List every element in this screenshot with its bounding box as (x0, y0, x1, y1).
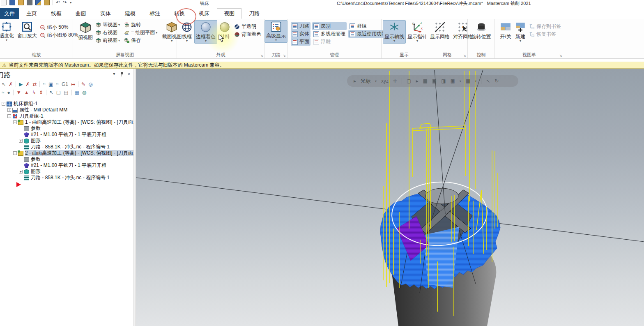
move-up-icon[interactable]: ▲ (24, 90, 29, 95)
overlay-box1-icon[interactable]: ▢ (407, 78, 411, 84)
isometric-view-button[interactable]: 等视图▾ (94, 21, 121, 29)
overlay-selection-icon[interactable]: ▸ (354, 78, 356, 84)
unselect-all-icon[interactable]: ✗ (9, 81, 13, 87)
overlay-xyz-icon[interactable]: xyz (381, 78, 389, 84)
graphics-viewport[interactable]: ▸ 光标 ▾ xyz ✛ ▢ ▸ ▦ ▣ ◨ ▣ ▾ ▦ ▾ ↖ ↻ (136, 69, 644, 326)
fit-button[interactable]: 适度化▾ (0, 20, 16, 43)
overlay-dropdown3-icon[interactable]: ▾ (475, 79, 476, 83)
panel-menu-icon[interactable]: ▾ (113, 71, 115, 76)
outline-shaded-button[interactable]: 边框着色▾ (194, 20, 217, 44)
show-grid-button[interactable]: 显示网格 (428, 20, 451, 41)
wireframe-display-button[interactable]: 线框▾ (179, 20, 194, 44)
tree-row-toolpath-2[interactable]: 刀路 - 858.1K - 冲头.nc - 程序编号 1 (0, 175, 133, 181)
manage-planes-button[interactable]: 平面 (291, 38, 310, 46)
tree-row-toolpath-1[interactable]: 刀路 - 858.1K - 冲头.nc - 程序编号 1 (0, 144, 133, 150)
tree-row-properties[interactable]: + 属性 - Mill Default MM (0, 107, 133, 113)
overlay-dropdown2-icon[interactable]: ▾ (460, 79, 461, 83)
overlay-grid-icon[interactable]: ▦ (466, 78, 470, 84)
display-options-icon[interactable]: ▤ (64, 90, 68, 95)
overlay-refresh-icon[interactable]: ↻ (494, 78, 499, 84)
overlay-cursor-label[interactable]: 光标 (361, 78, 370, 85)
save-as-icon[interactable] (35, 0, 41, 5)
manage-toolpaths-button[interactable]: 刀路 (291, 22, 310, 30)
cplane-view-button[interactable]: = 绘图平面▾ (123, 29, 159, 37)
move-insert-icon[interactable]: ↳ (32, 90, 36, 95)
rotate-view-button[interactable]: 旋转 (123, 21, 159, 29)
verify-options-icon[interactable]: ◍ (82, 90, 86, 95)
ghost-toolpath-icon[interactable]: ● (7, 90, 10, 95)
lock-display-icon[interactable]: ▢ (56, 90, 61, 95)
redo-icon[interactable]: ↷ (63, 0, 67, 5)
open-file-icon[interactable] (18, 0, 24, 5)
toolpaths-dialog-launcher[interactable]: ↘ (283, 53, 286, 58)
overlay-box6-icon[interactable]: ▣ (451, 78, 455, 84)
tab-toolpaths[interactable]: 刀路 (242, 8, 266, 19)
only-display-icon[interactable]: ↖ (49, 90, 53, 95)
show-gnomon-button[interactable]: 显示指针▾ (406, 20, 429, 44)
delete-operation-icon[interactable]: ✗ (25, 81, 30, 87)
viewport-overlay-toolbar[interactable]: ▸ 光标 ▾ xyz ✛ ▢ ▸ ▦ ▣ ◨ ▣ ▾ ▦ ▾ ↖ ↻ (347, 75, 518, 87)
overlay-plus-icon[interactable]: ✛ (393, 78, 397, 84)
new-file-icon[interactable] (1, 0, 7, 5)
right-view-button[interactable]: 右视图 (94, 29, 121, 37)
front-view-button[interactable]: 前视图▾ (94, 37, 121, 44)
overlay-box5-icon[interactable]: ◨ (441, 78, 446, 84)
run-operation-icon[interactable]: ▶ (19, 81, 23, 87)
tree-row-operation-2[interactable]: - 2 - 曲面高速加工 (等高) - [WCS: 俯视图] - [刀具面: 俯… (0, 150, 133, 156)
tree-row-tool-group[interactable]: - 刀具群组-1 (0, 113, 133, 119)
post-g1-icon[interactable]: G1 (62, 81, 68, 87)
tree-row-geometry-1[interactable]: + 图形 (0, 138, 133, 144)
scroll-insert-icon[interactable]: ⇕ (39, 90, 43, 95)
panel-pin-icon[interactable] (120, 72, 124, 76)
viewsheets-dialog-launcher[interactable]: ↘ (559, 53, 562, 58)
overlay-box2-icon[interactable]: ▸ (416, 78, 418, 84)
backside-shading-button[interactable]: 背面着色 (233, 30, 262, 38)
spin-position-button[interactable]: 旋转位置 (470, 20, 493, 41)
overlay-cursor-dropdown-icon[interactable]: ▾ (375, 79, 377, 83)
tree-row-tool-2[interactable]: #21 - M1.00 平铣刀 - 1 平底刀开粗 (0, 162, 133, 169)
appearance-dialog-launcher[interactable]: ↘ (260, 53, 263, 58)
undo-icon[interactable]: ↶ (56, 0, 60, 5)
overlay-box4-icon[interactable]: ▣ (432, 78, 437, 84)
backplot-icon[interactable]: ≈ (43, 81, 46, 87)
translucency-button[interactable]: 半透明 (233, 23, 262, 30)
tree-row-parameters-1[interactable]: 参数 (0, 125, 133, 132)
tree-row-geometry-2[interactable]: + 图形 (0, 169, 133, 175)
print-icon[interactable] (27, 0, 32, 5)
tree-row-operation-1[interactable]: - 1 - 曲面高速加工 (等高) - [WCS: 俯视图] - [刀具面: 俯… (0, 119, 133, 125)
grid-dialog-launcher[interactable]: ↘ (463, 53, 466, 58)
tab-solids[interactable]: 实体 (94, 8, 117, 19)
verify-selected-icon[interactable]: ▣ (48, 81, 53, 87)
help-icon[interactable]: ◎ (88, 81, 92, 87)
clipboard-icon[interactable] (44, 0, 50, 5)
viewsheet-toggle-button[interactable]: 开/关 (498, 20, 513, 41)
tab-surfaces[interactable]: 曲面 (69, 8, 93, 19)
panel-close-icon[interactable]: × (128, 72, 130, 76)
tree-row-machine-group[interactable]: - 机床群组-1 (0, 101, 133, 107)
move-down-icon[interactable]: ▼ (16, 90, 21, 95)
tree-row-tool-1[interactable]: #21 - M1.00 平铣刀 - 1 平底刀开粗 (0, 132, 133, 138)
save-view-button[interactable]: 保存 (123, 37, 159, 44)
top-view-button[interactable]: 俯视图 (76, 20, 94, 42)
save-icon[interactable] (9, 0, 15, 5)
manage-levels-button[interactable]: 层别 (312, 22, 347, 30)
select-all-icon[interactable]: ↖ (2, 81, 6, 87)
tab-drafting[interactable]: 标注 (143, 8, 167, 19)
viewsheet-new-button[interactable]: 新建▾ (513, 20, 528, 44)
machine-sim-icon[interactable]: ▦ (75, 90, 79, 95)
overlay-select-icon[interactable]: ↖ (486, 78, 490, 84)
tree-insert-marker[interactable] (0, 181, 133, 188)
simulate-icon[interactable]: ≈ (56, 81, 59, 87)
tree-row-parameters-2[interactable]: 参数 (0, 156, 133, 162)
materials-button[interactable]: 材料 (217, 20, 232, 41)
advanced-display-button[interactable]: 高级显示▾ (264, 20, 288, 43)
send-machine-icon[interactable]: ↦ (71, 81, 75, 87)
window-zoom-button[interactable]: 窗口放大 (16, 20, 39, 40)
tab-model-prep[interactable]: 建模 (118, 8, 142, 19)
regen-operations-icon[interactable]: ⇄ (32, 81, 37, 87)
overlay-box3-icon[interactable]: ▦ (423, 78, 427, 84)
tab-wireframe[interactable]: 线框 (44, 8, 68, 19)
tab-view[interactable]: 视图 (217, 8, 242, 19)
tab-file[interactable]: 文件 (0, 8, 19, 19)
tab-home[interactable]: 主页 (20, 8, 44, 19)
